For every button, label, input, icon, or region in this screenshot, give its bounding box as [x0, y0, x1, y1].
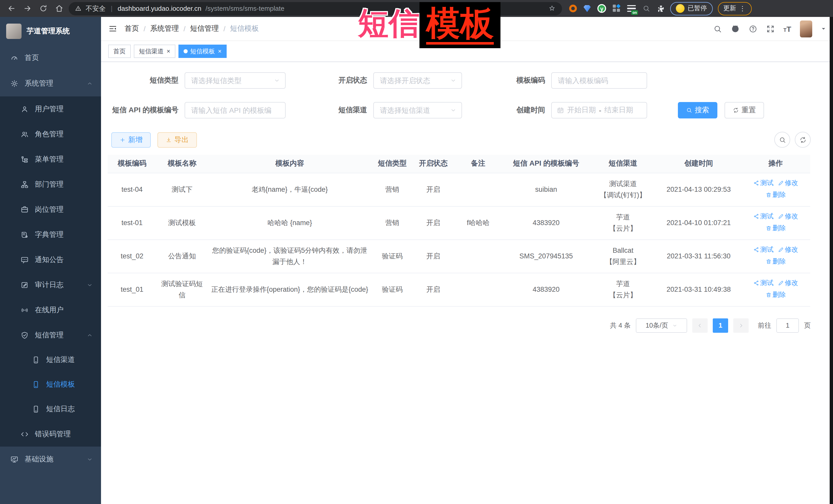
- create-time-range-picker[interactable]: 开始日期 - 结束日期: [551, 102, 647, 118]
- breadcrumb-system[interactable]: 系统管理: [150, 24, 179, 33]
- current-page-button[interactable]: 1: [713, 318, 728, 333]
- url-domain[interactable]: dashboard.yudao.iocoder.cn: [118, 5, 201, 12]
- api-template-id-input[interactable]: [190, 105, 280, 115]
- sidebar-item-system[interactable]: 系统管理: [0, 71, 101, 96]
- security-label[interactable]: 不安全: [86, 4, 105, 13]
- edit-link[interactable]: 修改: [778, 178, 798, 188]
- test-link[interactable]: 测试: [753, 278, 774, 288]
- breadcrumb-sms[interactable]: 短信管理: [190, 24, 219, 33]
- tab-home[interactable]: 首页: [108, 45, 131, 58]
- page-unit-label: 页: [804, 321, 811, 330]
- end-date-placeholder[interactable]: 结束日期: [604, 105, 633, 115]
- cell-remark: [454, 173, 502, 206]
- sms-type-select[interactable]: [185, 72, 286, 89]
- channel-select[interactable]: [373, 102, 462, 118]
- tab-sms-channel[interactable]: 短信渠道 ×: [134, 45, 175, 58]
- sidebar-item-departments[interactable]: 部门管理: [0, 172, 101, 197]
- help-icon[interactable]: [748, 24, 757, 33]
- tab-close-icon[interactable]: ×: [167, 48, 170, 54]
- sms-type-select-input[interactable]: [190, 76, 272, 85]
- open-status-select[interactable]: [373, 72, 462, 89]
- sidebar-item-sms-log[interactable]: 短信日志: [0, 397, 101, 422]
- browser-update-pill[interactable]: 更新 ⋮: [718, 2, 752, 15]
- open-status-select-input[interactable]: [379, 76, 448, 85]
- test-link[interactable]: 测试: [753, 244, 774, 255]
- template-code-input-box[interactable]: [551, 72, 647, 89]
- sidebar-item-sms-channel[interactable]: 短信渠道: [0, 347, 101, 372]
- extension-gem-icon[interactable]: [584, 5, 591, 12]
- fullscreen-icon[interactable]: [766, 24, 775, 33]
- sidebar-item-notices[interactable]: 通知公告: [0, 247, 101, 272]
- extension-y-icon[interactable]: y: [597, 4, 606, 13]
- github-icon[interactable]: [731, 24, 740, 33]
- toggle-search-button[interactable]: [774, 132, 790, 148]
- edit-link[interactable]: 修改: [778, 244, 798, 255]
- browser-back-icon[interactable]: [7, 4, 16, 13]
- header-search-icon[interactable]: [713, 24, 722, 33]
- browser-home-icon[interactable]: [55, 4, 64, 13]
- url-path[interactable]: /system/sms/sms-template: [206, 5, 285, 12]
- browser-reload-icon[interactable]: [39, 4, 48, 13]
- tab-sms-template[interactable]: 短信模板 ×: [178, 45, 227, 58]
- avatar-caret-icon[interactable]: [821, 26, 826, 31]
- profile-paused-pill[interactable]: 已暂停: [670, 2, 713, 15]
- sidebar-item-posts[interactable]: 岗位管理: [0, 197, 101, 222]
- page-size-select[interactable]: 10条/页: [636, 318, 687, 333]
- sidebar-item-label: 审计日志: [35, 280, 64, 289]
- cell-type: 验证码: [372, 239, 413, 273]
- search-button[interactable]: 搜索: [678, 102, 717, 118]
- extensions-puzzle-icon[interactable]: [657, 4, 665, 13]
- sidebar-item-infrastructure[interactable]: 基础设施: [0, 447, 101, 472]
- tab-close-icon[interactable]: ×: [218, 48, 221, 54]
- sidebar-item-audit-logs[interactable]: 审计日志: [0, 272, 101, 297]
- reset-button[interactable]: 重置: [724, 102, 764, 118]
- pagination: 共 4 条 10条/页 1 前往 页: [108, 318, 811, 333]
- delete-link[interactable]: 删除: [765, 289, 786, 300]
- edit-link[interactable]: 修改: [778, 278, 798, 288]
- delete-link[interactable]: 删除: [765, 256, 786, 267]
- sidebar-item-dict[interactable]: 字典管理: [0, 222, 101, 247]
- sidebar-item-online-users[interactable]: 在线用户: [0, 297, 101, 322]
- app-logo-row[interactable]: 芋道管理系统: [0, 17, 101, 45]
- badge-icon: [21, 205, 29, 214]
- extension-list-icon[interactable]: on: [627, 5, 636, 12]
- sidebar-item-error-codes[interactable]: 错误码管理: [0, 422, 101, 447]
- cell-status: 开启: [413, 239, 454, 273]
- breadcrumb-home[interactable]: 首页: [125, 24, 139, 33]
- address-bar[interactable]: 不安全 | dashboard.yudao.iocoder.cn/system/…: [69, 2, 562, 15]
- sidebar-item-roles[interactable]: 角色管理: [0, 121, 101, 147]
- extension-grid-icon[interactable]: [613, 5, 620, 12]
- bookmark-star-icon[interactable]: [548, 5, 556, 12]
- api-template-id-input-box[interactable]: [185, 102, 286, 118]
- sidebar-item-home[interactable]: 首页: [0, 45, 101, 71]
- sidebar-item-users[interactable]: 用户管理: [0, 96, 101, 121]
- delete-link[interactable]: 删除: [765, 223, 786, 234]
- start-date-placeholder[interactable]: 开始日期: [567, 105, 596, 115]
- font-size-icon[interactable]: TT: [783, 24, 791, 33]
- user-avatar[interactable]: [800, 20, 812, 37]
- test-link[interactable]: 测试: [753, 178, 774, 188]
- chevron-down-icon: [672, 323, 677, 328]
- test-link[interactable]: 测试: [753, 211, 774, 222]
- sidebar-item-sms-template[interactable]: 短信模板: [0, 372, 101, 397]
- sidebar-item-sms[interactable]: 短信管理: [0, 322, 101, 347]
- sidebar-collapse-icon[interactable]: [108, 24, 117, 33]
- add-button[interactable]: 新增: [111, 132, 151, 147]
- prev-page-button[interactable]: [692, 318, 708, 333]
- extension-search-icon[interactable]: [643, 5, 650, 12]
- delete-link[interactable]: 删除: [765, 189, 786, 200]
- edit-link[interactable]: 修改: [778, 211, 798, 222]
- extension-ring-icon[interactable]: [569, 5, 577, 12]
- export-button[interactable]: 导出: [158, 132, 197, 147]
- sidebar-item-menus[interactable]: 菜单管理: [0, 147, 101, 172]
- browser-forward-icon[interactable]: [23, 4, 32, 13]
- goto-page-input[interactable]: [776, 318, 799, 333]
- menu-tree-icon: [21, 155, 29, 163]
- template-code-input[interactable]: [557, 76, 641, 85]
- window-scrollbar[interactable]: [830, 17, 833, 504]
- next-page-button[interactable]: [733, 318, 748, 333]
- channel-select-input[interactable]: [379, 105, 448, 115]
- extension-on-badge: on: [632, 10, 638, 15]
- browser-menu-icon[interactable]: ⋮: [739, 5, 746, 12]
- refresh-table-button[interactable]: [795, 132, 811, 148]
